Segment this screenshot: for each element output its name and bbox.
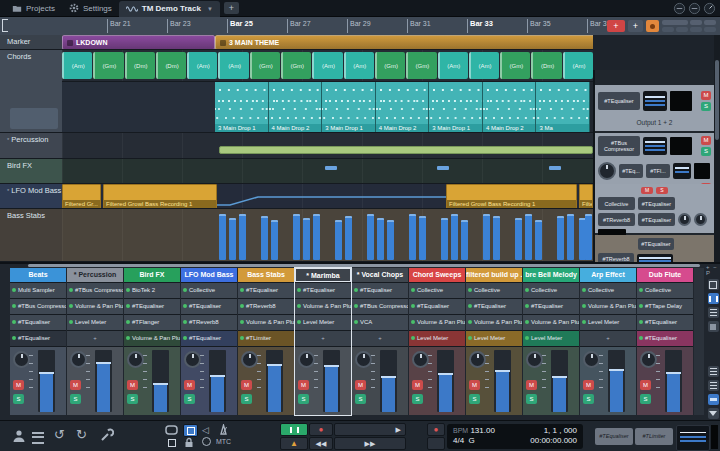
- loop-icon[interactable]: [165, 425, 178, 435]
- view-option-button[interactable]: [690, 27, 702, 32]
- rack-knob[interactable]: [598, 162, 616, 180]
- audio-stab-clip[interactable]: [409, 214, 416, 260]
- plugin-row[interactable]: Level Meter: [67, 315, 123, 330]
- mixer-strip-dub-flute[interactable]: Dub FluteCollective#TTape Delay#TEqualis…: [637, 268, 693, 415]
- track-header-bass-stabs[interactable]: Bass Stabs: [0, 209, 62, 262]
- audio-stab-clip[interactable]: [585, 214, 592, 260]
- midi-clip[interactable]: 4 Main Drop 2: [269, 82, 323, 133]
- automation-point[interactable]: [549, 166, 561, 170]
- track-header-chords[interactable]: Chords: [0, 50, 62, 133]
- volume-fader[interactable]: [152, 350, 169, 412]
- fader-handle[interactable]: [39, 372, 54, 374]
- plugin-row[interactable]: Collective: [637, 283, 693, 298]
- chords-clips-lane[interactable]: 3 Main Drop 14 Main Drop 23 Main Drop 14…: [62, 82, 593, 133]
- rewind-button[interactable]: ◀◀: [309, 437, 333, 450]
- lock-icon[interactable]: [184, 437, 194, 448]
- audio-stab-clip[interactable]: [567, 214, 574, 260]
- strip-header[interactable]: Chord Sweeps: [409, 268, 465, 282]
- key-value[interactable]: G: [469, 436, 475, 445]
- chord-block[interactable]: (Dm): [125, 52, 155, 79]
- solo-button[interactable]: S: [184, 394, 195, 404]
- user-icon[interactable]: [12, 429, 26, 443]
- audio-stab-clip[interactable]: [313, 214, 320, 260]
- bass-stabs-lane[interactable]: [62, 209, 593, 262]
- audio-stab-clip[interactable]: [557, 216, 564, 260]
- plugin-row[interactable]: Collective: [409, 283, 465, 298]
- plugin-button[interactable]: #TReverb8: [598, 213, 635, 226]
- projects-button[interactable]: Projects: [5, 0, 62, 17]
- fader-handle[interactable]: [210, 375, 225, 377]
- fader-handle[interactable]: [552, 376, 567, 378]
- master-plugin-button[interactable]: #TLimiter: [635, 428, 673, 445]
- midi-clip[interactable]: 3 Main Drop 1: [429, 82, 483, 133]
- plugin-row[interactable]: Volume & Pan Plugin: [409, 315, 465, 330]
- mixer-strip-vocal-chops[interactable]: * Vocal Chops#TEqualiser#TBus Compressor…: [352, 268, 408, 415]
- audio-clip[interactable]: Filtered Growl Bass Recording 1: [103, 184, 217, 209]
- pan-knob[interactable]: [184, 351, 201, 368]
- list-icon[interactable]: [708, 380, 719, 391]
- plugin-row[interactable]: #TEqualiser: [124, 299, 180, 314]
- chord-block[interactable]: (Am): [344, 52, 374, 79]
- audio-stab-clip[interactable]: [293, 214, 300, 260]
- solo-button[interactable]: S: [656, 187, 668, 194]
- volume-fader[interactable]: [551, 350, 568, 412]
- rack-fader[interactable]: [643, 137, 667, 155]
- ruler-bar-label[interactable]: Bar 35: [527, 19, 551, 33]
- plugin-row[interactable]: Multi Sampler: [10, 283, 66, 298]
- plugin-row[interactable]: VCA: [352, 315, 408, 330]
- solo-button[interactable]: S: [412, 394, 423, 404]
- plugin-row[interactable]: #TEqualiser: [352, 283, 408, 298]
- transport-extra-button[interactable]: [427, 437, 445, 450]
- volume-fader[interactable]: [608, 350, 625, 412]
- fader-handle[interactable]: [609, 369, 624, 371]
- midi-clip[interactable]: 3 Ma: [536, 82, 590, 133]
- midi-clip[interactable]: 4 Main Drop 2: [376, 82, 430, 133]
- plugin-button[interactable]: #TEqualiser: [638, 213, 675, 226]
- audio-stab-clip[interactable]: [303, 218, 310, 260]
- pan-knob[interactable]: [412, 351, 429, 368]
- audio-clip[interactable]: Filtered Growl Bass Recording 1: [446, 184, 577, 209]
- mtc-label[interactable]: MTC: [216, 438, 231, 445]
- fader-handle[interactable]: [438, 373, 453, 375]
- plugin-row[interactable]: #TEqualiser: [295, 283, 351, 298]
- chord-block[interactable]: (Am): [469, 52, 499, 79]
- mute-button[interactable]: M: [70, 380, 81, 390]
- abort-button[interactable]: ▲: [280, 437, 308, 450]
- percussion-clip[interactable]: [219, 146, 593, 154]
- audio-stab-clip[interactable]: [261, 216, 268, 260]
- plugin-row[interactable]: Volume & Pan Plugin: [523, 315, 579, 330]
- pan-knob[interactable]: [640, 351, 657, 368]
- plugin-row[interactable]: #TEqualiser: [181, 331, 237, 346]
- chord-block[interactable]: (Am): [187, 52, 217, 79]
- automation-point[interactable]: [325, 166, 337, 170]
- plugin-button[interactable]: #TEqualiser: [598, 92, 640, 110]
- mute-button[interactable]: M: [298, 380, 309, 390]
- plugin-row[interactable]: #TEqualiser: [409, 299, 465, 314]
- pan-knob[interactable]: [70, 351, 87, 368]
- plugin-row[interactable]: #TBus Compressor: [352, 299, 408, 314]
- view-option-button[interactable]: [676, 27, 688, 32]
- strip-header[interactable]: * Percussion: [67, 268, 123, 282]
- mute-button[interactable]: M: [241, 380, 252, 390]
- chord-block[interactable]: (Gm): [375, 52, 405, 79]
- plugin-row[interactable]: #TEqualiser: [10, 331, 66, 346]
- ruler-bar-label[interactable]: Bar 29: [347, 19, 371, 33]
- volume-fader[interactable]: [494, 350, 511, 412]
- midi-clip[interactable]: 3 Main Drop 1: [215, 82, 269, 133]
- plugin-row[interactable]: #TBus Compressor: [67, 283, 123, 298]
- marker-lane[interactable]: LKDOWN3 MAIN THEME: [62, 35, 593, 50]
- audio-stab-clip[interactable]: [387, 220, 394, 260]
- mute-button[interactable]: M: [583, 380, 594, 390]
- audio-stab-clip[interactable]: [271, 220, 278, 260]
- chords-subpanel[interactable]: [10, 108, 58, 129]
- mute-button[interactable]: M: [127, 380, 138, 390]
- mute-button[interactable]: M: [13, 380, 24, 390]
- plugin-row[interactable]: #TEqualiser: [466, 299, 522, 314]
- plugin-row[interactable]: #TFlanger: [124, 315, 180, 330]
- solo-button[interactable]: S: [701, 102, 711, 111]
- mixer-scrollbar[interactable]: [28, 264, 700, 267]
- mixer-strip-percussion[interactable]: * Percussion#TBus CompressorVolume & Pan…: [67, 268, 123, 415]
- strip-header[interactable]: Bird FX: [124, 268, 180, 282]
- sync-icon[interactable]: [202, 437, 211, 446]
- ruler-bar-label[interactable]: Bar 27: [287, 19, 311, 33]
